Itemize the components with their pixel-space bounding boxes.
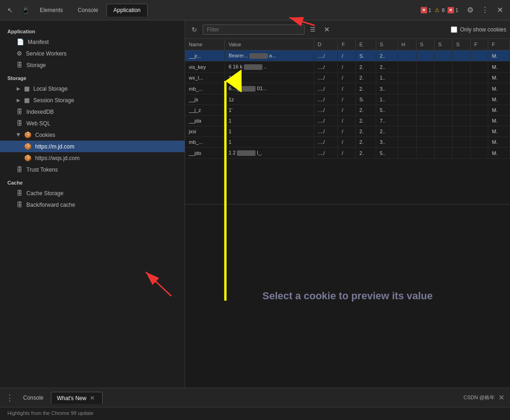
table-row[interactable]: __jda1 ....//2.7..M. — [185, 116, 510, 126]
cell-s: 2.. — [376, 50, 398, 62]
sidebar-item-m-jd-com[interactable]: 🍪 https://m.jd.com — [0, 141, 185, 152]
cell-value: 1z — [224, 94, 314, 105]
cell-value: 1 — [224, 137, 314, 148]
col-s2[interactable]: S — [416, 39, 434, 50]
table-header-row: Name Value D F E S H S S S F F — [185, 39, 510, 50]
sidebar-item-storage[interactable]: 🗄 Storage — [0, 59, 185, 71]
error-count: 1 — [429, 7, 431, 13]
cell-empty-3 — [452, 94, 470, 105]
bottom-tab-whats-new[interactable]: What's New ✕ — [51, 392, 103, 404]
filter-options-icon[interactable]: ☰ — [307, 24, 318, 35]
table-row[interactable]: wx_l...1 ....//2.1..M. — [185, 73, 510, 83]
col-s4[interactable]: S — [452, 39, 470, 50]
info-badge[interactable]: ✕ 1 — [448, 7, 458, 13]
cell-s: 7.. — [376, 116, 398, 126]
only-cookies-label[interactable]: Only show cookies — [460, 26, 506, 33]
col-e[interactable]: E — [355, 39, 376, 50]
col-f3[interactable]: F — [488, 39, 510, 50]
cell-e: 2. — [355, 148, 376, 159]
only-cookies-group: Only show cookies — [451, 26, 506, 33]
cell-s: 2.. — [376, 62, 398, 73]
table-row[interactable]: jxsi1 ....//2.2..M. — [185, 126, 510, 137]
main-area: Application 📄 Manifest ⚙ Service Workers… — [0, 20, 510, 388]
cell-empty-3 — [452, 50, 470, 62]
cursor-icon[interactable]: ↖ — [4, 4, 17, 17]
cell-f2 — [470, 116, 488, 126]
tab-console[interactable]: Console — [71, 4, 105, 16]
sidebar-item-wqs-jd-com[interactable]: 🍪 https://wqs.jd.com — [0, 152, 185, 164]
cell-value: 6... 01... — [224, 83, 314, 94]
col-s1[interactable]: S — [376, 39, 398, 50]
filter-clear-button[interactable]: ✕ — [321, 24, 332, 35]
cookies-label: Cookies — [35, 132, 55, 138]
warn-badge[interactable]: ⚠ 8 — [434, 7, 445, 13]
cell-s: 1.. — [376, 94, 398, 105]
cell-name: __jdo — [185, 148, 224, 159]
service-workers-icon: ⚙ — [17, 50, 22, 57]
sidebar-item-web-sql[interactable]: 🗄 Web SQL — [0, 117, 185, 129]
refresh-button[interactable]: ↻ — [189, 24, 200, 35]
cell-empty-0 — [398, 50, 416, 62]
close-icon[interactable]: ✕ — [493, 4, 506, 17]
whats-new-close[interactable]: ✕ — [88, 394, 97, 402]
table-row[interactable]: mb_...6... 01.......//2.3..M. — [185, 83, 510, 94]
sidebar-item-indexeddb[interactable]: 🗄 IndexedDB — [0, 106, 185, 117]
table-row[interactable]: __j_z1' ....//2.5..M. — [185, 105, 510, 116]
error-badge[interactable]: ✕ 1 — [421, 7, 431, 13]
local-storage-icon: ▦ — [24, 85, 30, 92]
cell-empty-1 — [416, 116, 434, 126]
sidebar-item-trust-tokens[interactable]: 🗄 Trust Tokens — [0, 164, 185, 175]
sidebar-item-service-workers[interactable]: ⚙ Service Workers — [0, 48, 185, 59]
tab-elements[interactable]: Elements — [33, 4, 69, 16]
more-icon[interactable]: ⋮ — [479, 4, 491, 17]
tab-application[interactable]: Application — [106, 4, 148, 17]
col-value[interactable]: Value — [224, 39, 314, 50]
bottom-close-button[interactable]: ✕ — [497, 391, 506, 404]
cell-f2 — [470, 105, 488, 116]
cell-name: __js — [185, 94, 224, 105]
cell-empty-2 — [434, 83, 452, 94]
col-s3[interactable]: S — [434, 39, 452, 50]
cell-f2 — [470, 126, 488, 137]
cell-empty-0 — [398, 116, 416, 126]
settings-icon[interactable]: ⚙ — [464, 4, 477, 17]
filter-input[interactable] — [203, 25, 305, 35]
sidebar-item-cookies[interactable]: ▶ 🍪 Cookies — [0, 129, 185, 141]
col-f2[interactable]: F — [470, 39, 488, 50]
sidebar-item-local-storage[interactable]: ▶ ▦ Local Storage — [0, 83, 185, 94]
table-row[interactable]: __js1z ....//S.1..M. — [185, 94, 510, 105]
manifest-icon: 📄 — [17, 38, 24, 45]
cell-e: 2. — [355, 83, 376, 94]
cell-empty-1 — [416, 126, 434, 137]
session-storage-icon: ▦ — [24, 97, 30, 104]
local-storage-label: Local Storage — [33, 86, 68, 92]
only-cookies-checkbox[interactable] — [451, 26, 457, 33]
sidebar-item-back-forward-cache[interactable]: 🗄 Back/forward cache — [0, 199, 185, 210]
cell-empty-1 — [416, 105, 434, 116]
mobile-icon[interactable]: 📱 — [19, 4, 31, 17]
col-h[interactable]: H — [398, 39, 416, 50]
table-row[interactable]: __jdo1 2 l_.....//2.5..M. — [185, 148, 510, 159]
cell-name: wx_l... — [185, 73, 224, 83]
cell-value: 1 2 l_. — [224, 148, 314, 159]
cell-f2 — [470, 62, 488, 73]
col-name[interactable]: Name — [185, 39, 224, 50]
cell-d: ..../ — [314, 83, 338, 94]
bottom-dots-menu[interactable]: ⋮ — [4, 393, 16, 403]
bottom-tab-console[interactable]: Console — [18, 392, 49, 403]
col-f1[interactable]: F — [338, 39, 355, 50]
cell-e: 2. — [355, 73, 376, 83]
table-row[interactable]: vis_key6 16 k ......//2.2..M. — [185, 62, 510, 73]
sidebar-item-manifest[interactable]: 📄 Manifest — [0, 36, 185, 48]
cell-d: ..../ — [314, 126, 338, 137]
cell-f: / — [338, 73, 355, 83]
sidebar-item-session-storage[interactable]: ▶ ▦ Session Storage — [0, 94, 185, 106]
table-row[interactable]: mb_...1 ....//2.3..M. — [185, 137, 510, 148]
table-row[interactable]: __jr...Bearer... a.......//S.2..M. — [185, 50, 510, 62]
cell-f: / — [338, 116, 355, 126]
cell-s: 5.. — [376, 105, 398, 116]
application-section-title: Application — [0, 24, 185, 36]
col-d[interactable]: D — [314, 39, 338, 50]
cell-name: jxsi — [185, 126, 224, 137]
sidebar-item-cache-storage[interactable]: 🗄 Cache Storage — [0, 187, 185, 199]
